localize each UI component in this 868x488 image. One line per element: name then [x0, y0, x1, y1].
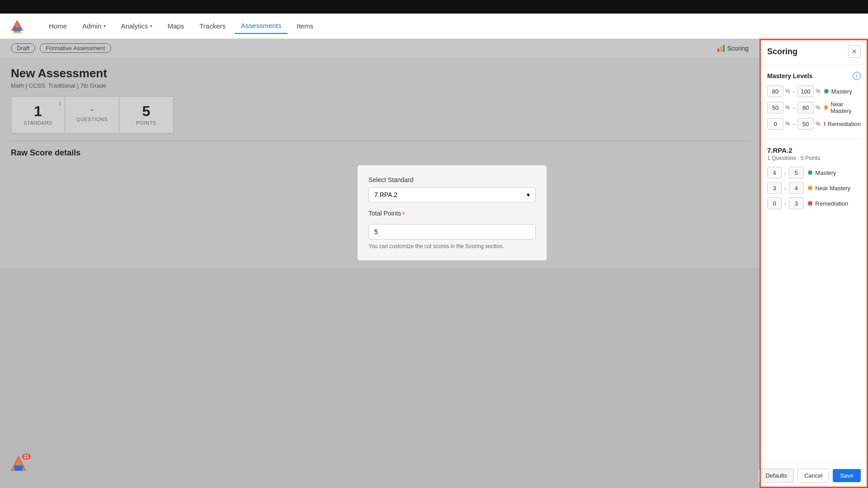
scoring-bar-icon — [717, 45, 725, 52]
mastery-dot-2 — [824, 105, 828, 110]
nav-assessments[interactable]: Assessments — [235, 18, 288, 34]
score-dot-2 — [808, 186, 812, 190]
bar2 — [720, 47, 722, 52]
mastery-row-3: % - % Remediation — [767, 118, 861, 130]
score-name-3: Remediation — [815, 200, 848, 207]
mastery-info-icon[interactable]: i — [853, 72, 861, 80]
raw-score-section: Raw Score details Select Standard 7.RPA.… — [0, 141, 760, 268]
defaults-button[interactable]: Defaults — [759, 469, 794, 483]
score-dot-3 — [808, 201, 812, 206]
pct-to-2: % — [816, 104, 821, 111]
status-right: Scoring — [717, 45, 749, 52]
nav-links: Home Admin ▾ Analytics ▾ Maps Trackers A… — [42, 18, 859, 34]
score-near-mastery-to[interactable] — [789, 182, 803, 194]
mastery-dot-3 — [824, 122, 825, 126]
pct-to-1: % — [816, 88, 821, 94]
mastery-row-2: % - % Near Mastery — [767, 101, 861, 114]
logo[interactable] — [9, 18, 29, 34]
stats-row: ℹ 1 STANDARD - QUESTIONS 5 POINTS — [0, 96, 760, 141]
analytics-chevron-icon: ▾ — [150, 23, 152, 28]
nav-maps[interactable]: Maps — [161, 19, 191, 33]
mastery-name-2: Near Mastery — [830, 101, 861, 114]
standard-section: 7.RPA.2 1 Questions · 5 Points - Mastery… — [767, 139, 861, 209]
mastery-row-1: % - % Mastery — [767, 85, 861, 97]
score-near-mastery-from[interactable] — [767, 182, 782, 194]
close-button[interactable]: ✕ — [848, 45, 861, 58]
scoring-panel-title: Scoring — [767, 47, 797, 56]
assessment-title: New Assessment — [11, 66, 749, 80]
mastery-dot-1 — [824, 89, 829, 94]
scoring-panel-header: Scoring ✕ — [760, 39, 868, 65]
standard-label: STANDARD — [22, 120, 54, 126]
assessment-meta: Math | CCSS: Traditional | 7th Grade — [11, 82, 749, 89]
score-name-1: Mastery — [815, 169, 836, 176]
svg-rect-5 — [14, 465, 23, 471]
app-logo-icon — [9, 18, 25, 34]
mastery-levels-title: Mastery Levels — [767, 72, 812, 80]
stat-points: 5 POINTS — [119, 96, 174, 133]
total-points-input[interactable] — [368, 224, 536, 239]
score-remediation-from[interactable] — [767, 197, 782, 209]
nav-analytics[interactable]: Analytics ▾ — [115, 19, 159, 33]
nav-admin[interactable]: Admin ▾ — [76, 19, 112, 33]
remediation-from-input[interactable] — [767, 118, 783, 130]
mastery-levels-header: Mastery Levels i — [767, 72, 861, 80]
total-points-label: Total Points — [368, 210, 401, 217]
stat-questions: - QUESTIONS — [65, 96, 119, 133]
info-icon[interactable]: ℹ — [59, 100, 61, 107]
mastery-to-input[interactable] — [797, 85, 814, 97]
draft-badge[interactable]: Draft — [11, 43, 35, 53]
status-left: Draft Formative Assessment — [11, 43, 111, 53]
score-row-3: - Remediation — [767, 197, 861, 209]
score-sep-1: - — [783, 169, 787, 176]
total-points-label-row: Total Points * — [368, 210, 536, 221]
formative-badge[interactable]: Formative Assessment — [40, 43, 111, 53]
bottom-avatar[interactable]: 21 — [9, 455, 33, 479]
bar1 — [717, 48, 719, 52]
nav-home[interactable]: Home — [42, 19, 73, 33]
score-row-2: - Near Mastery — [767, 182, 861, 194]
top-bar — [0, 0, 868, 14]
points-label: POINTS — [130, 120, 162, 126]
range-sep-1: - — [792, 88, 796, 95]
bar3 — [723, 45, 725, 52]
score-sep-2: - — [783, 185, 787, 192]
pct-from-3: % — [785, 121, 790, 127]
questions-value: - — [76, 104, 108, 115]
assessment-header: New Assessment Math | CCSS: Traditional … — [0, 57, 760, 96]
raw-score-title: Raw Score details — [11, 148, 749, 158]
pct-from-1: % — [785, 88, 790, 94]
main-wrapper: Draft Formative Assessment Scoring New A… — [0, 39, 868, 488]
standard-code: 7.RPA.2 — [767, 146, 861, 154]
nav-items[interactable]: Items — [290, 19, 320, 33]
remediation-to-input[interactable] — [797, 118, 814, 130]
score-mastery-from[interactable] — [767, 167, 782, 178]
required-star: * — [402, 211, 405, 219]
score-sep-3: - — [783, 200, 787, 207]
mastery-from-input[interactable] — [767, 85, 783, 97]
standard-select[interactable]: 7.RPA.2 ▾ — [368, 187, 536, 202]
pct-to-3: % — [816, 121, 821, 127]
standard-desc: 1 Questions · 5 Points — [767, 155, 861, 161]
points-value: 5 — [130, 104, 162, 118]
standard-value: 1 — [22, 104, 54, 118]
save-button[interactable]: Save — [833, 469, 861, 482]
score-mastery-to[interactable] — [789, 167, 803, 178]
content-area: Draft Formative Assessment Scoring New A… — [0, 39, 760, 488]
form-hint: You can customize the cut scores in the … — [368, 243, 536, 249]
cancel-button[interactable]: Cancel — [797, 469, 829, 483]
select-chevron-icon: ▾ — [527, 191, 530, 198]
near-mastery-to-input[interactable] — [797, 102, 814, 113]
score-row-1: - Mastery — [767, 167, 861, 178]
stat-standard: ℹ 1 STANDARD — [11, 96, 65, 133]
status-bar: Draft Formative Assessment Scoring — [0, 39, 760, 57]
svg-rect-2 — [14, 27, 21, 32]
form-card: Select Standard 7.RPA.2 ▾ Total Points *… — [357, 165, 547, 261]
admin-chevron-icon: ▾ — [104, 23, 106, 28]
score-remediation-to[interactable] — [789, 197, 803, 209]
near-mastery-from-input[interactable] — [767, 102, 783, 113]
scoring-button[interactable]: Scoring — [717, 45, 749, 52]
questions-label: QUESTIONS — [76, 117, 108, 122]
nav-trackers[interactable]: Trackers — [193, 19, 232, 33]
mastery-name-3: Remediation — [828, 121, 861, 127]
